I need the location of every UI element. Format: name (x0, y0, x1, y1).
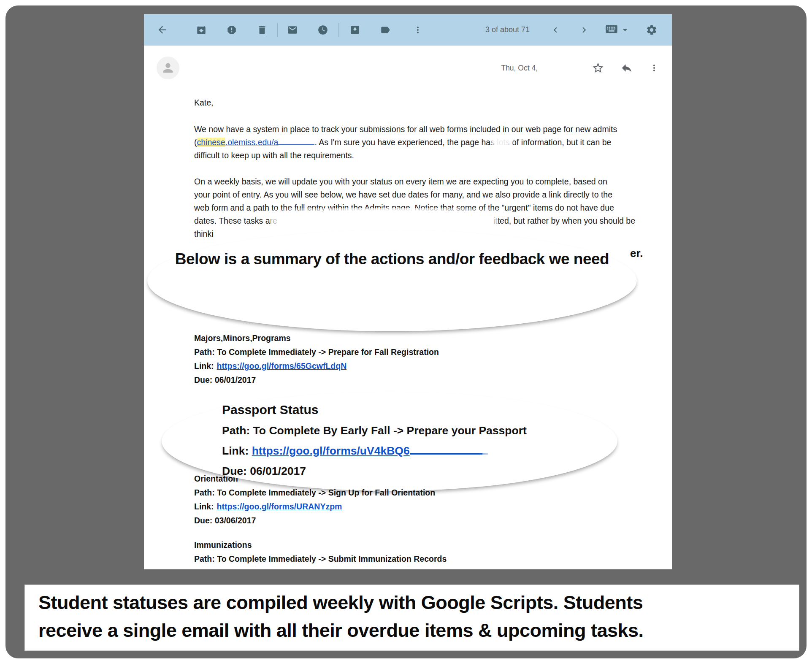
paragraph2-line2: your point of entry. As you will see bel… (194, 188, 612, 201)
back-arrow-icon[interactable] (157, 24, 168, 35)
labels-icon[interactable] (380, 24, 391, 35)
email-header: Thu, Oct 4, (144, 55, 672, 81)
link-label: Link: (194, 568, 214, 569)
section-title: Passport Status (222, 399, 527, 420)
reply-icon[interactable] (620, 62, 633, 74)
magnified-summary-text: Below is a summary of the actions and/or… (147, 250, 637, 268)
pagination-counter: 3 of about 71 (485, 25, 530, 34)
redacted-link-segment (278, 144, 314, 145)
redacted-link-segment (410, 453, 488, 455)
settings-gear-icon[interactable] (646, 24, 658, 36)
magnified-passport-section: Passport Status Path: To Complete By Ear… (222, 399, 527, 481)
link-label: Link: (194, 361, 214, 371)
paren: ( (194, 138, 197, 147)
paragraph2-line1: On a weekly basis, we will update you wi… (194, 175, 607, 188)
background-text-fragment: er. (630, 247, 643, 260)
move-to-icon[interactable] (349, 24, 360, 35)
link-label: Link: (194, 502, 214, 511)
orientation-form-link[interactable]: https://goo.gl/forms/URANYzpm (217, 502, 342, 511)
section-title: Majors,Minors,Programs (194, 331, 439, 345)
caption-line1: Student statuses are compiled weekly wit… (38, 592, 643, 614)
archive-icon[interactable] (196, 24, 207, 35)
section-path: Path: To Complete Immediately -> Submit … (194, 552, 447, 566)
admits-page-link[interactable]: .olemiss.edu/a (225, 138, 279, 147)
section-path: Path: To Complete By Early Fall -> Prepa… (222, 420, 527, 441)
section-immunizations: Immunizations Path: To Complete Immediat… (194, 538, 447, 569)
more-options-icon[interactable] (413, 25, 423, 35)
paragraph1-line3: difficult to keep up with all the requir… (194, 149, 354, 162)
message-more-icon[interactable] (649, 63, 659, 73)
paragraph1-line1: We now have a system in place to track y… (194, 123, 617, 136)
section-link-row: Link: https://goo.gl/forms/uV4kBQ6 (222, 441, 527, 461)
section-due: Due: 06/01/2017 (194, 373, 439, 387)
caption-box: Student statuses are compiled weekly wit… (24, 585, 799, 651)
section-link-row: Link:https://goo.gl/forms/65GcwfLdqN (194, 359, 439, 373)
gmail-window: 3 of about 71 (144, 14, 672, 569)
star-icon[interactable] (592, 62, 604, 74)
older-chevron-icon[interactable] (579, 24, 590, 35)
magnifier-lens-summary: Below is a summary of the actions and/or… (147, 230, 637, 331)
keyboard-icon[interactable] (605, 24, 618, 36)
sender-avatar (157, 57, 179, 79)
newer-chevron-icon[interactable] (550, 24, 561, 35)
greeting: Kate, (194, 96, 214, 109)
report-spam-icon[interactable] (226, 24, 237, 35)
toolbar-divider (338, 23, 339, 37)
section-due: Due: 06/01/2017 (222, 461, 527, 481)
mark-unread-icon[interactable] (287, 24, 298, 35)
redaction-smudge (491, 133, 513, 147)
redaction-smudge (482, 439, 588, 461)
section-link-row: Link:https://goo.gl/forms/RskMQUOOTWLF99 (194, 566, 447, 569)
section-title: Immunizations (194, 538, 447, 552)
magnifier-lens-passport: Passport Status Path: To Complete By Ear… (162, 392, 617, 491)
input-tools-control[interactable] (605, 24, 628, 36)
paragraph2-line5: thinki (194, 227, 214, 241)
section-path: Path: To Complete Immediately -> Sign Up… (194, 486, 435, 500)
gmail-toolbar: 3 of about 71 (144, 14, 672, 46)
toolbar-divider (277, 23, 278, 37)
section-path: Path: To Complete Immediately -> Prepare… (194, 345, 439, 359)
immunizations-form-link[interactable]: https://goo.gl/forms/RskMQUOOTWLF99 (217, 568, 376, 569)
input-tools-caret-icon[interactable] (622, 26, 628, 34)
delete-icon[interactable] (257, 24, 268, 35)
section-link-row: Link:https://goo.gl/forms/URANYzpm (194, 500, 435, 514)
snooze-icon[interactable] (317, 24, 328, 35)
section-due: Due: 03/06/2017 (194, 514, 435, 528)
section-orientation: Path: To Complete Immediately -> Sign Up… (194, 486, 435, 528)
screenshot-stage: 3 of about 71 (0, 0, 812, 666)
admits-page-link-highlight[interactable]: chinese (197, 138, 225, 147)
person-icon (161, 61, 175, 75)
caption-line2: receive a single email with all their ov… (38, 620, 644, 642)
paragraph1-line2-rest: . As I'm sure you have experienced, the … (314, 138, 611, 147)
paragraph2-line4-right: itted, but rather by when you should be (493, 214, 635, 227)
email-date: Thu, Oct 4, (501, 64, 538, 73)
link-label: Link: (222, 444, 249, 457)
majors-form-link[interactable]: https://goo.gl/forms/65GcwfLdqN (217, 361, 347, 371)
section-majors: Majors,Minors,Programs Path: To Complete… (194, 331, 439, 387)
passport-form-link[interactable]: https://goo.gl/forms/uV4kBQ6 (252, 444, 410, 457)
paragraph1-line2: (chinese.olemiss.edu/a. As I'm sure you … (194, 136, 611, 149)
